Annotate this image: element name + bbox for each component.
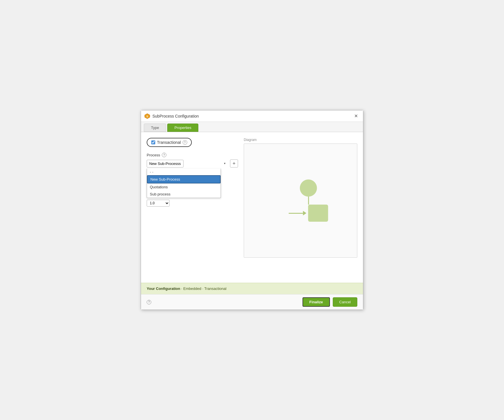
transactional-label: Transactional <box>157 140 181 145</box>
transactional-row: Transactional ? <box>147 138 192 147</box>
dropdown-item-quotations[interactable]: Quotations <box>147 183 221 191</box>
footer-config-label: Your Configuration <box>147 286 180 291</box>
button-group: Finalize Cancel <box>303 297 357 307</box>
dropdown-item-sub-process[interactable]: Sub process <box>147 191 221 198</box>
dialog-body: Transactional ? Process ? New Sub-Proces… <box>141 132 363 283</box>
version-row: 1.0 <box>147 200 238 207</box>
version-select[interactable]: 1.0 <box>147 200 170 207</box>
transactional-checkbox[interactable] <box>151 140 155 144</box>
select-wrapper: New Sub-Processs - - Quotations Sub proc… <box>147 160 228 167</box>
diagram-content <box>289 179 328 222</box>
diagram-start-group <box>289 179 328 222</box>
svg-text:S: S <box>146 115 148 118</box>
process-help-icon[interactable]: ? <box>162 153 166 157</box>
finalize-button[interactable]: Finalize <box>303 297 330 307</box>
dropdown-list: - - New Sub-Process Quotations Sub proce… <box>147 169 221 198</box>
title-bar-left: S SubProcess Configuration <box>144 113 199 119</box>
diagram-arrowhead <box>303 211 307 215</box>
tabs-bar: Type Properties <box>141 122 363 132</box>
diagram-task-rect <box>308 205 328 222</box>
close-button[interactable]: ✕ <box>352 113 360 119</box>
tab-properties[interactable]: Properties <box>167 124 198 132</box>
diagram-vline <box>308 197 309 205</box>
add-button[interactable]: + <box>230 159 238 167</box>
dialog-title: SubProcess Configuration <box>152 114 199 118</box>
diagram-label: Diagram <box>244 138 357 142</box>
right-panel: Diagram <box>244 138 357 277</box>
diagram-hline <box>289 213 303 214</box>
select-row: New Sub-Processs - - Quotations Sub proc… <box>147 159 238 167</box>
process-select[interactable]: New Sub-Processs - - Quotations Sub proc… <box>147 160 184 167</box>
process-label-text: Process <box>147 153 160 157</box>
dropdown-item-new-sub-process[interactable]: New Sub-Process <box>147 175 221 183</box>
dropdown-item-separator[interactable]: - - <box>147 169 221 175</box>
footer-buttons-row: ? Finalize Cancel <box>141 294 363 310</box>
cancel-button[interactable]: Cancel <box>333 297 357 307</box>
footer-help-icon[interactable]: ? <box>147 300 151 304</box>
diagram-circle <box>300 179 317 197</box>
tab-type[interactable]: Type <box>144 124 166 132</box>
footer-config-items: · Embedded · Transactional <box>181 286 226 291</box>
process-label-row: Process ? <box>147 153 238 157</box>
transactional-help-icon[interactable]: ? <box>183 140 187 145</box>
diagram-box <box>244 144 357 258</box>
left-panel: Transactional ? Process ? New Sub-Proces… <box>147 138 238 277</box>
app-icon: S <box>144 113 150 119</box>
diagram-hline-group <box>289 205 328 222</box>
footer-config: Your Configuration · Embedded · Transact… <box>141 283 363 294</box>
subprocess-config-dialog: S SubProcess Configuration ✕ Type Proper… <box>141 110 363 310</box>
title-bar: S SubProcess Configuration ✕ <box>141 110 363 122</box>
